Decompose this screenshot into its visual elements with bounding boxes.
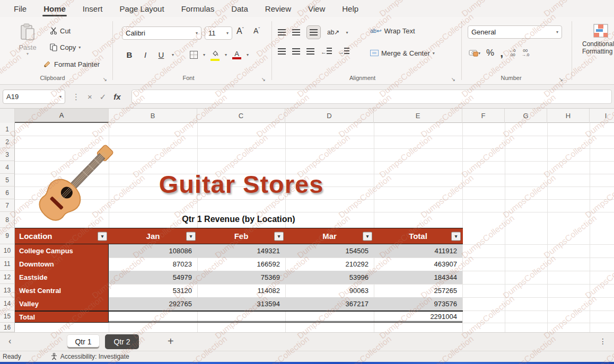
alignment-dialog-launcher[interactable]: ↘ bbox=[451, 76, 455, 82]
cell-jan-total[interactable] bbox=[109, 312, 197, 323]
row-header-12[interactable]: 12 bbox=[0, 271, 15, 284]
cell-feb[interactable]: 75369 bbox=[197, 271, 285, 284]
tab-file[interactable]: File bbox=[6, 2, 34, 15]
cell-mar[interactable]: 210292 bbox=[285, 258, 374, 271]
cell-feb[interactable]: 313594 bbox=[197, 297, 285, 310]
cell-total[interactable]: 184344 bbox=[374, 271, 462, 284]
cell-location[interactable]: Downtown bbox=[15, 258, 109, 271]
increase-indent-button[interactable]: → bbox=[338, 48, 349, 55]
increase-decimal-button[interactable]: ←0.00 bbox=[509, 49, 515, 57]
row-header-2[interactable]: 2 bbox=[0, 136, 15, 148]
bold-button[interactable]: B bbox=[124, 50, 135, 59]
row-header-13[interactable]: 13 bbox=[0, 284, 15, 297]
column-header-h[interactable]: H bbox=[547, 109, 590, 123]
tab-formulas[interactable]: Formulas bbox=[174, 2, 222, 15]
decrease-decimal-button[interactable]: 00→.0 bbox=[521, 49, 529, 57]
grow-font-button[interactable]: Aˆ bbox=[236, 26, 244, 36]
row-header-1[interactable]: 1 bbox=[0, 123, 15, 136]
cell-location[interactable]: Eastside bbox=[15, 271, 109, 284]
align-bottom-button[interactable] bbox=[306, 25, 321, 39]
fill-color-button[interactable] bbox=[210, 49, 220, 61]
cancel-icon[interactable]: × bbox=[87, 92, 92, 101]
sheet-more-icon[interactable]: ⋮ bbox=[599, 337, 607, 345]
header-cell-mar[interactable]: Mar ▾ bbox=[285, 228, 374, 244]
column-header-d[interactable]: D bbox=[285, 109, 374, 123]
cell-feb[interactable]: 166592 bbox=[197, 258, 285, 271]
number-dialog-launcher[interactable]: ↘ bbox=[559, 76, 563, 82]
column-header-b[interactable]: B bbox=[109, 109, 197, 123]
column-header-g[interactable]: G bbox=[505, 109, 547, 123]
row-header-10[interactable]: 10 bbox=[0, 244, 15, 258]
font-dialog-launcher[interactable]: ↘ bbox=[261, 76, 266, 82]
more-options-icon[interactable]: ⋮ bbox=[72, 92, 80, 102]
decrease-indent-button[interactable]: ← bbox=[321, 48, 332, 55]
cell-feb-total[interactable] bbox=[197, 312, 285, 323]
insert-function-button[interactable]: fx bbox=[113, 92, 120, 101]
header-cell-location[interactable]: Location ▾ bbox=[15, 228, 109, 244]
column-header-i[interactable]: I bbox=[590, 109, 614, 123]
accessibility-status[interactable]: Accessibility: Investigate bbox=[50, 353, 129, 360]
cell-jan[interactable]: 87023 bbox=[109, 258, 197, 271]
font-color-button[interactable]: A bbox=[232, 51, 241, 59]
sheet-tab-qtr1[interactable]: Qtr 1 bbox=[67, 334, 100, 349]
copy-button[interactable]: Copy ▾ bbox=[50, 41, 81, 54]
orientation-button[interactable]: ab↗ bbox=[327, 29, 339, 36]
cell-jan[interactable]: 108086 bbox=[109, 244, 197, 258]
header-cell-total[interactable]: Total ▾ bbox=[374, 228, 462, 244]
underline-button[interactable]: U bbox=[156, 50, 166, 59]
row-header-14[interactable]: 14 bbox=[0, 297, 15, 310]
borders-button[interactable] bbox=[190, 51, 198, 59]
filter-button-total[interactable]: ▾ bbox=[451, 232, 461, 241]
column-header-f[interactable]: F bbox=[462, 109, 505, 123]
paste-button[interactable]: Paste ▾ bbox=[14, 23, 41, 56]
cell-total[interactable]: 257265 bbox=[374, 284, 462, 297]
filter-button-feb[interactable]: ▾ bbox=[274, 232, 284, 241]
tab-data[interactable]: Data bbox=[224, 2, 256, 15]
header-cell-feb[interactable]: Feb ▾ bbox=[197, 228, 285, 244]
align-left-button[interactable] bbox=[278, 48, 286, 55]
align-right-button[interactable] bbox=[306, 48, 314, 55]
tab-view[interactable]: View bbox=[301, 2, 332, 15]
conditional-formatting-button[interactable]: Conditional Formatting bbox=[582, 23, 614, 55]
tab-review[interactable]: Review bbox=[258, 2, 299, 15]
cell-feb[interactable]: 114082 bbox=[197, 284, 285, 297]
column-header-a[interactable]: A bbox=[15, 109, 109, 123]
cell-location[interactable]: College Campus bbox=[15, 244, 109, 258]
name-box[interactable]: A19 ▾ bbox=[3, 90, 65, 104]
font-size-select[interactable]: 11 ▾ bbox=[205, 26, 232, 40]
filter-button-location[interactable]: ▾ bbox=[98, 232, 107, 241]
tab-help[interactable]: Help bbox=[335, 2, 366, 15]
row-header-4[interactable]: 4 bbox=[0, 161, 15, 174]
add-sheet-button[interactable]: + bbox=[168, 335, 174, 348]
column-header-e[interactable]: E bbox=[374, 109, 462, 123]
row-header-11[interactable]: 11 bbox=[0, 258, 15, 271]
cell-jan[interactable]: 54979 bbox=[109, 271, 197, 284]
cell-total-label[interactable]: Total bbox=[15, 312, 109, 323]
select-all-corner[interactable] bbox=[0, 109, 15, 123]
cell-location[interactable]: West Central bbox=[15, 284, 109, 297]
align-middle-button[interactable] bbox=[292, 29, 300, 35]
column-header-c[interactable]: C bbox=[197, 109, 285, 123]
header-cell-jan[interactable]: Jan ▾ bbox=[109, 228, 197, 244]
align-center-button[interactable] bbox=[292, 48, 300, 55]
font-name-select[interactable]: Calibri ▾ bbox=[122, 26, 201, 40]
cell-grand-total[interactable]: 2291004 bbox=[374, 312, 462, 323]
cell-total[interactable]: 973576 bbox=[374, 297, 462, 310]
cell-mar-total[interactable] bbox=[285, 312, 374, 323]
cell-mar[interactable]: 367217 bbox=[285, 297, 374, 310]
row-header-7[interactable]: 7 bbox=[0, 199, 15, 212]
cell-location[interactable]: Valley bbox=[15, 297, 109, 310]
row-header-9[interactable]: 9 bbox=[0, 228, 15, 244]
cell-mar[interactable]: 154505 bbox=[285, 244, 374, 258]
tab-page-layout[interactable]: Page Layout bbox=[112, 2, 171, 15]
cell-jan[interactable]: 292765 bbox=[109, 297, 197, 310]
italic-button[interactable]: I bbox=[140, 50, 151, 59]
cell-feb[interactable]: 149321 bbox=[197, 244, 285, 258]
wrap-text-button[interactable]: ab↩ Wrap Text bbox=[370, 24, 415, 37]
enter-icon[interactable]: ✓ bbox=[100, 92, 107, 102]
row-header-16[interactable]: 16 bbox=[0, 323, 15, 332]
filter-button-jan[interactable]: ▾ bbox=[186, 232, 196, 241]
row-header-5[interactable]: 5 bbox=[0, 174, 15, 187]
tab-home[interactable]: Home bbox=[36, 2, 73, 15]
filter-button-mar[interactable]: ▾ bbox=[363, 232, 372, 241]
